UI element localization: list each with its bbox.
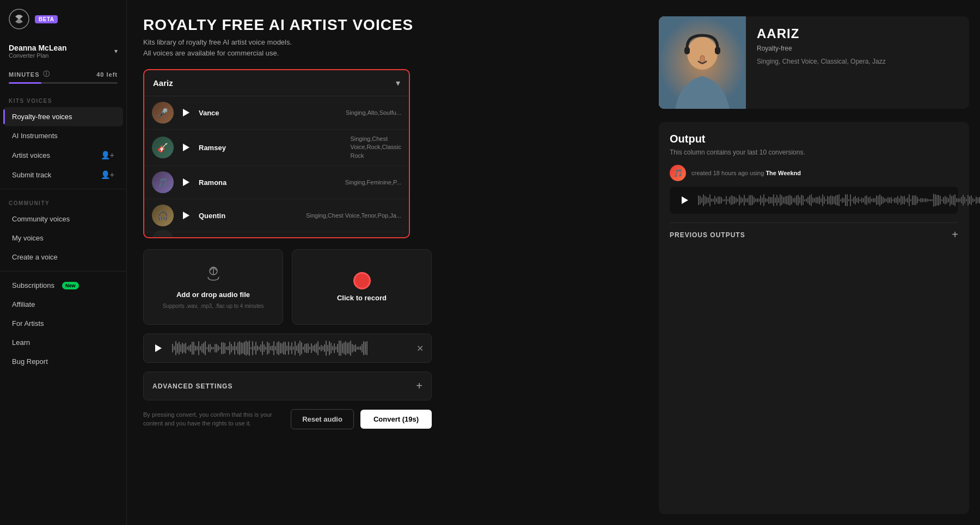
play-button-ramsey[interactable] (180, 141, 192, 153)
add-track-icon[interactable]: 👤+ (101, 170, 114, 179)
plus-icon: + (416, 380, 422, 392)
right-panel: AARIZ Royalty-free Singing, Chest Voice,… (659, 0, 980, 525)
output-avatar: 🎵 (670, 165, 686, 181)
record-box[interactable]: Click to record (292, 249, 432, 325)
logo-area: BETA (0, 9, 126, 38)
sidebar-item-artist-voices[interactable]: Artist voices 👤+ (3, 145, 123, 165)
sidebar-item-my-voices[interactable]: My voices (3, 228, 123, 248)
sidebar-item-subscriptions[interactable]: Subscriptions New (3, 276, 123, 295)
voice-item-ramona[interactable]: 🎵 Ramona Singing,Feminine,P... (144, 166, 409, 199)
sidebar-item-ai-instruments[interactable]: AI Instruments (3, 126, 123, 145)
output-item: 🎵 created 18 hours ago using The Weeknd (670, 165, 958, 181)
minutes-progress-bar (9, 82, 118, 84)
sidebar-item-label: Royalty-free voices (12, 113, 72, 121)
voice-item-more[interactable] (144, 232, 409, 237)
voice-item-vance[interactable]: 🎤 Vance Singing,Alto,Soulfu... (144, 96, 409, 129)
beta-badge: BETA (35, 15, 58, 23)
sidebar-item-label: Submit track (12, 171, 51, 179)
sidebar-item-community-voices[interactable]: Community voices (3, 209, 123, 228)
voice-selector-card: Aariz ▾ 🎤 Vance Singing,Alto,Soulfu... 🎸… (143, 69, 410, 238)
voice-name-vance: Vance (199, 109, 242, 117)
artist-card: AARIZ Royalty-free Singing, Chest Voice,… (659, 16, 969, 109)
close-waveform-button[interactable]: ✕ (416, 343, 424, 354)
user-name: Deanna McLean (9, 44, 67, 52)
artist-portrait-svg (659, 16, 746, 109)
chevron-down-icon: ▾ (114, 47, 118, 55)
sidebar-item-label: Community voices (12, 215, 70, 223)
artist-image (659, 16, 746, 109)
sidebar-item-for-artists[interactable]: For Artists (3, 314, 123, 333)
waveform-player: ✕ (143, 333, 432, 363)
sidebar-item-create-a-voice[interactable]: Create a voice (3, 248, 123, 267)
divider-1 (0, 189, 126, 189)
voice-item-ramsey[interactable]: 🎸 Ramsey Singing,ChestVoice,Rock,Classic… (144, 129, 409, 166)
kits-voices-section-label: KITS VOICES (0, 91, 126, 107)
sidebar-item-label: AI Instruments (12, 132, 58, 140)
waveform-play-button[interactable] (151, 341, 166, 355)
minutes-label: MINUTES (9, 71, 40, 78)
convert-button[interactable]: Convert (19s) (360, 410, 432, 429)
sidebar-item-bug-report[interactable]: Bug Report (3, 352, 123, 371)
voice-dropdown-selected: Aariz (153, 78, 173, 88)
voice-dropdown-header[interactable]: Aariz ▾ (144, 70, 409, 96)
output-waveform-visual (698, 193, 980, 208)
voice-name-ramona: Ramona (199, 178, 242, 187)
sidebar-item-label: Subscriptions (12, 281, 54, 289)
add-artist-voice-icon[interactable]: 👤+ (101, 151, 114, 159)
voice-avatar-vance: 🎤 (152, 102, 174, 123)
play-button-vance[interactable] (180, 107, 192, 119)
voice-item-quentin[interactable]: 🎧 Quentin Singing,Chest Voice,Tenor,Pop,… (144, 199, 409, 232)
artist-type: Royalty-free (757, 45, 886, 52)
main-content: ROYALTY FREE AI ARTIST VOICES Kits libra… (127, 0, 659, 525)
svg-point-3 (687, 37, 718, 70)
svg-rect-4 (684, 47, 690, 54)
expand-icon[interactable]: + (952, 228, 958, 241)
output-title: Output (670, 133, 958, 145)
sidebar-item-label: Artist voices (12, 151, 50, 159)
upload-icon (205, 265, 222, 286)
voice-avatar-ramona: 🎵 (152, 171, 174, 193)
output-waveform-player (670, 187, 958, 214)
sidebar-item-label: Learn (12, 338, 30, 347)
voice-list: 🎤 Vance Singing,Alto,Soulfu... 🎸 Ramsey … (144, 96, 409, 237)
sidebar-item-label: Create a voice (12, 253, 58, 261)
action-disclaimer: By pressing convert, you confirm that th… (143, 411, 284, 428)
voice-tags-vance: Singing,Alto,Soulfu... (346, 109, 401, 116)
upload-label: Add or drop audio file (176, 291, 250, 299)
prev-outputs-label: PREVIOUS OUTPUTS (670, 231, 745, 239)
record-label: Click to record (337, 294, 387, 302)
minutes-bar-fill (9, 82, 41, 84)
prev-outputs-header: PREVIOUS OUTPUTS + (670, 223, 958, 241)
user-section[interactable]: Deanna McLean Converter Plan ▾ (0, 38, 126, 64)
play-button-ramona[interactable] (180, 176, 192, 188)
voice-avatar-ramsey: 🎸 (152, 137, 174, 158)
upload-box[interactable]: Add or drop audio file Supports .wav, .m… (143, 249, 283, 325)
info-icon: ⓘ (43, 70, 50, 79)
artist-tags: Singing, Chest Voice, Classical, Opera, … (757, 58, 886, 65)
reset-audio-button[interactable]: Reset audio (291, 409, 354, 429)
output-play-button[interactable] (677, 193, 693, 208)
sidebar-item-learn[interactable]: Learn (3, 333, 123, 352)
kits-logo-icon (9, 9, 29, 29)
svg-rect-5 (715, 47, 720, 54)
voice-tags-ramona: Singing,Feminine,P... (345, 179, 401, 186)
waveform-visual (172, 339, 410, 357)
sidebar-item-label: Affiliate (12, 300, 35, 308)
voice-tags-quentin: Singing,Chest Voice,Tenor,Pop,Ja... (306, 212, 401, 219)
action-row: By pressing convert, you confirm that th… (143, 409, 432, 429)
sidebar-item-submit-track[interactable]: Submit track 👤+ (3, 165, 123, 184)
user-plan: Converter Plan (9, 52, 67, 59)
sidebar-item-affiliate[interactable]: Affiliate (3, 295, 123, 314)
play-button-quentin[interactable] (180, 209, 192, 221)
advanced-settings-panel[interactable]: ADVANCED SETTINGS + (143, 372, 432, 400)
sidebar-item-label: My voices (12, 234, 44, 242)
page-subtitle: Kits library of royalty free AI artist v… (143, 37, 642, 58)
advanced-settings-label: ADVANCED SETTINGS (152, 382, 232, 390)
upload-record-row: Add or drop audio file Supports .wav, .m… (143, 249, 432, 325)
voice-tags-ramsey: Singing,ChestVoice,Rock,ClassicRock (350, 135, 401, 160)
sidebar-item-label: Bug Report (12, 357, 48, 366)
record-dot-icon (353, 272, 371, 289)
chevron-down-icon: ▾ (396, 78, 400, 88)
sidebar-item-royalty-free-voices[interactable]: Royalty-free voices (3, 107, 123, 126)
voice-avatar-quentin: 🎧 (152, 205, 174, 226)
